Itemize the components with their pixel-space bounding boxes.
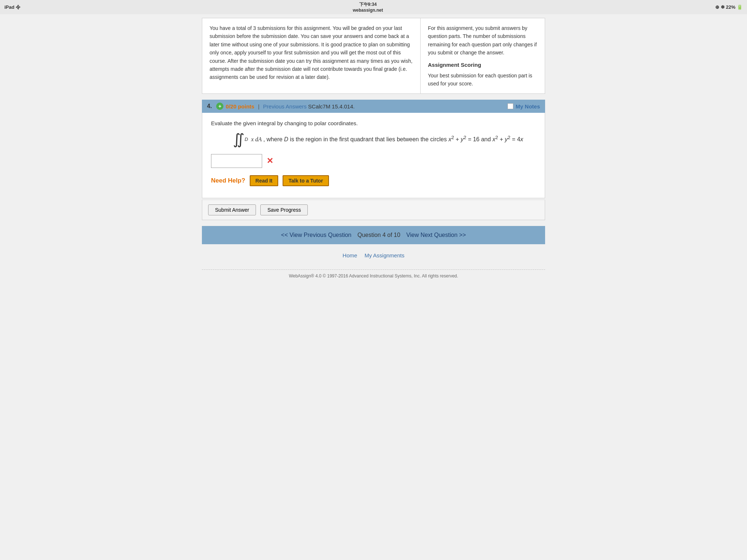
status-website: webassign.net bbox=[353, 8, 383, 13]
green-circle-icon: + bbox=[216, 103, 223, 110]
scoring-text: Your best submission for each question p… bbox=[428, 73, 532, 87]
answer-input[interactable] bbox=[211, 154, 262, 168]
question-body: Evaluate the given integral by changing … bbox=[202, 113, 545, 198]
main-content: You have a total of 3 submissions for th… bbox=[195, 14, 552, 293]
status-left: iPad 令 bbox=[4, 4, 20, 11]
status-bar: iPad 令 下午9:34 webassign.net ⊕ ❄ 22% 🔋 bbox=[0, 0, 747, 14]
footer-links: Home My Assignments bbox=[202, 249, 545, 262]
my-assignments-link[interactable]: My Assignments bbox=[364, 252, 404, 258]
math-condition: , where D is the region in the first qua… bbox=[263, 136, 523, 142]
integral-symbol: ∬ bbox=[233, 132, 245, 147]
question-info: Question 4 of 10 bbox=[357, 232, 400, 238]
save-progress-button[interactable]: Save Progress bbox=[260, 204, 308, 215]
info-box-right: For this assignment, you submit answers … bbox=[421, 18, 545, 93]
need-help-label: Need Help? bbox=[211, 177, 245, 184]
copyright: WebAssign® 4.0 © 1997-2016 Advanced Inst… bbox=[202, 273, 545, 289]
math-integrand: x dA bbox=[250, 136, 262, 142]
scoring-title: Assignment Scoring bbox=[428, 61, 537, 69]
status-time: 下午9:34 bbox=[359, 1, 377, 8]
my-notes-label[interactable]: My Notes bbox=[516, 103, 540, 110]
info-right-text: For this assignment, you submit answers … bbox=[428, 25, 537, 55]
question-header: 4. + 0/20 points | Previous Answers SCal… bbox=[202, 100, 545, 113]
question-number: 4. bbox=[207, 103, 212, 110]
submit-row: Submit Answer Save Progress bbox=[202, 200, 545, 220]
separator: | bbox=[258, 103, 260, 110]
submit-answer-button[interactable]: Submit Answer bbox=[208, 204, 256, 215]
battery-icon: ⊕ ❄ 22% 🔋 bbox=[715, 4, 743, 10]
my-notes-checkbox[interactable] bbox=[507, 103, 513, 109]
wrong-mark-icon: ✕ bbox=[267, 156, 273, 166]
next-question-link[interactable]: View Next Question >> bbox=[406, 232, 466, 238]
nav-bar: << View Previous Question Question 4 of … bbox=[202, 226, 545, 244]
info-row: You have a total of 3 submissions for th… bbox=[202, 18, 545, 94]
previous-answers-link[interactable]: Previous Answers bbox=[263, 103, 307, 110]
math-block: ∬D x dA , where D is the region in the f… bbox=[233, 132, 536, 147]
info-box-left: You have a total of 3 submissions for th… bbox=[202, 18, 421, 93]
read-it-button[interactable]: Read It bbox=[250, 175, 279, 186]
talk-to-tutor-button[interactable]: Talk to a Tutor bbox=[283, 175, 329, 186]
points-badge: + 0/20 points bbox=[216, 103, 254, 110]
status-center: 下午9:34 webassign.net bbox=[353, 1, 383, 13]
status-right: ⊕ ❄ 22% 🔋 bbox=[715, 4, 743, 10]
home-link[interactable]: Home bbox=[342, 252, 357, 258]
info-left-text: You have a total of 3 submissions for th… bbox=[210, 25, 413, 80]
integral-subscript: D bbox=[245, 137, 248, 142]
question-body-text: Evaluate the given integral by changing … bbox=[211, 120, 536, 126]
question-code: SCalc7M 15.4.014. bbox=[308, 103, 355, 110]
need-help-row: Need Help? Read It Talk to a Tutor bbox=[211, 175, 536, 186]
footer-divider bbox=[202, 269, 545, 270]
my-notes-section: My Notes bbox=[507, 103, 540, 110]
answer-row: ✕ bbox=[211, 154, 536, 168]
prev-question-link[interactable]: << View Previous Question bbox=[281, 232, 352, 238]
points-text: 0/20 points bbox=[226, 103, 254, 110]
